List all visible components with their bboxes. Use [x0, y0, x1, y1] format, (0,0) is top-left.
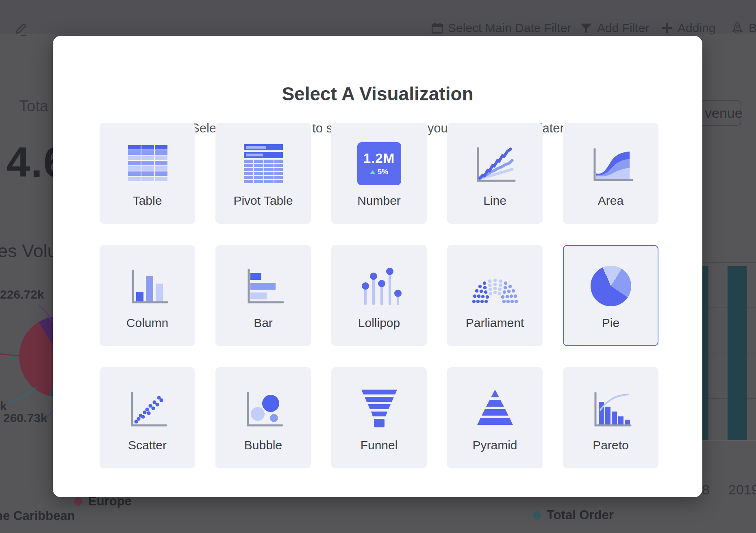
- pencil-icon: [12, 21, 28, 37]
- pie-slice-value-label: 226.72k: [0, 288, 44, 301]
- viz-card-bubble[interactable]: Bubble: [215, 367, 311, 468]
- legend-item-caribbean[interactable]: he Caribbean: [0, 509, 75, 523]
- viz-card-label: Table: [133, 194, 162, 208]
- pyramid-chart-icon: [471, 384, 519, 433]
- filter-funnel-icon: [580, 23, 592, 33]
- revenue-button-label: venue: [705, 105, 743, 121]
- viz-card-label: Column: [126, 316, 168, 330]
- viz-card-bar[interactable]: Bar: [215, 245, 311, 346]
- line-chart-icon: [471, 139, 519, 188]
- viz-card-label: Line: [483, 194, 506, 208]
- viz-card-label: Bar: [254, 316, 273, 330]
- boost-label: B: [749, 21, 756, 35]
- select-visualization-dialog: Select A Visualization Select a visualiz…: [53, 36, 702, 497]
- scatter-chart-icon: [123, 384, 172, 433]
- select-main-date-filter-label: Select Main Date Filter: [448, 21, 571, 35]
- bar-chart-icon: [239, 262, 288, 310]
- pie-chart-icon: [591, 266, 631, 306]
- table-icon: [123, 139, 172, 188]
- add-filter-button[interactable]: Add Filter: [580, 21, 649, 35]
- viz-card-label: Scatter: [128, 438, 167, 452]
- viz-card-scatter[interactable]: Scatter: [100, 367, 195, 468]
- calendar-icon: [432, 22, 443, 34]
- top-toolbar: Select Main Date Filter Add Filter Addin…: [0, 0, 756, 34]
- column-chart-icon: [123, 262, 172, 310]
- adding-button[interactable]: Adding: [661, 21, 715, 35]
- add-filter-label: Add Filter: [597, 21, 649, 35]
- viz-card-label: Pareto: [593, 438, 628, 452]
- viz-card-label: Pivot Table: [233, 194, 293, 208]
- viz-card-label: Number: [357, 194, 401, 208]
- plus-icon: [661, 22, 673, 34]
- viz-card-pyramid[interactable]: Pyramid: [447, 367, 543, 468]
- funnel-chart-icon: [355, 384, 404, 433]
- viz-card-label: Lollipop: [358, 316, 400, 330]
- viz-card-line[interactable]: Line: [447, 123, 543, 224]
- pareto-chart-icon: [587, 384, 635, 433]
- up-triangle-icon: [370, 170, 376, 174]
- area-chart-icon: [587, 139, 635, 188]
- viz-card-label: Pyramid: [472, 438, 517, 452]
- select-main-date-filter-button[interactable]: Select Main Date Filter: [432, 21, 571, 35]
- x-axis-label-2018: 8: [702, 482, 710, 498]
- x-axis-label-2019: 2019: [728, 482, 756, 498]
- pie-slice-value-label: 260.73k: [3, 411, 47, 425]
- viz-card-funnel[interactable]: Funnel: [331, 367, 427, 468]
- bubble-chart-icon: [239, 384, 288, 433]
- bar-2019: [728, 266, 747, 440]
- boost-button[interactable]: B: [731, 21, 756, 35]
- legend-dot-total-order: [532, 511, 541, 520]
- viz-card-pareto[interactable]: Pareto: [563, 367, 658, 468]
- adding-label: Adding: [678, 21, 715, 35]
- dialog-title: Select A Visualization: [53, 83, 702, 105]
- viz-card-area[interactable]: Area: [563, 123, 658, 224]
- viz-card-lollipop[interactable]: Lollipop: [331, 245, 427, 346]
- legend-item-total-order[interactable]: Total Order: [532, 508, 614, 522]
- viz-card-label: Parliament: [466, 316, 524, 330]
- viz-card-pivot-table[interactable]: Pivot Table: [215, 123, 311, 224]
- parliament-chart-icon: [471, 262, 519, 310]
- lollipop-chart-icon: [355, 262, 404, 310]
- number-icon: 1.2M 5%: [357, 142, 401, 185]
- legend-label-total-order: Total Order: [547, 508, 614, 522]
- legend-dot-europe: [74, 497, 83, 506]
- number-icon-value: 1.2M: [363, 151, 395, 166]
- pivot-table-icon: [239, 139, 288, 188]
- viz-card-parliament[interactable]: Parliament: [447, 245, 543, 346]
- viz-card-table[interactable]: Table: [100, 123, 195, 224]
- edit-dashboard-button[interactable]: [12, 21, 28, 37]
- number-icon-delta: 5%: [378, 168, 388, 176]
- viz-card-label: Pie: [602, 316, 619, 330]
- sales-volume-heading: es Volu: [0, 240, 58, 262]
- viz-card-column[interactable]: Column: [100, 245, 195, 346]
- legend-label-caribbean: he Caribbean: [0, 509, 75, 523]
- viz-card-label: Bubble: [244, 438, 282, 452]
- rocket-icon: [731, 21, 744, 35]
- viz-card-pie[interactable]: Pie: [563, 245, 658, 346]
- viz-card-label: Area: [598, 194, 623, 208]
- pie-leader-lines: [0, 284, 61, 431]
- viz-card-number[interactable]: 1.2M 5% Number: [331, 123, 427, 224]
- visualization-grid: Table Pivot Table 1.: [100, 123, 658, 468]
- viz-card-label: Funnel: [361, 438, 398, 452]
- total-kpi-label: Tota: [19, 98, 48, 115]
